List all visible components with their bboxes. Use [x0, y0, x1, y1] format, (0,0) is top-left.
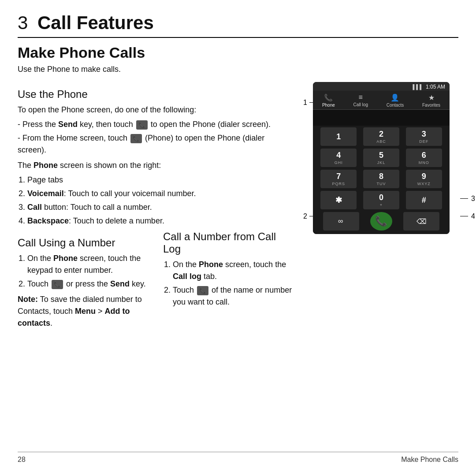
key-2[interactable]: 2 ABC	[363, 127, 399, 146]
callout-2: 2	[303, 212, 307, 220]
phone-image-container: 1 2 3 4 ▐▐▐ 1:05 AM	[313, 82, 463, 234]
phone-screen-items: Page tabs Voicemail: Touch to call your …	[27, 174, 295, 227]
key-hash[interactable]: #	[406, 191, 442, 209]
call-icon: 📞	[52, 280, 63, 290]
log-step-1: On the Phone screen, touch the Call log …	[173, 259, 295, 283]
key-3-sub: DEF	[419, 139, 428, 144]
left-column: Use the Phone To open the Phone screen, …	[18, 82, 309, 447]
call-step-1: On the Phone screen, touch the keypad to…	[27, 253, 150, 276]
page: 3 Call Features Make Phone Calls Use the…	[0, 0, 476, 476]
dialer-action-row: ∞ 📞 ⌫	[317, 212, 445, 231]
contacts-tab-label: Contacts	[387, 103, 404, 108]
phone-tabs: 📞 Phone ≡ Call log 👤 Contacts ★	[313, 91, 450, 110]
footer-section-label: Make Phone Calls	[401, 456, 458, 464]
voicemail-button[interactable]: ∞	[323, 212, 359, 231]
key-hash-main: #	[422, 196, 426, 205]
callout-3: 3	[471, 195, 475, 203]
key-9-sub: WXYZ	[417, 182, 431, 186]
call-from-log-steps: On the Phone screen, touch the Call log …	[173, 259, 295, 308]
calllog-tab-label: Call log	[353, 102, 368, 107]
key-6[interactable]: 6 MNO	[406, 149, 442, 167]
key-4[interactable]: 4 GHI	[320, 149, 357, 167]
key-7[interactable]: 7 PQRS	[320, 170, 357, 188]
phone-screen-label: The Phone screen is shown on the right:	[18, 160, 295, 171]
chapter-title: 3 Call Features	[18, 12, 154, 33]
dialer: 1 2 ABC 3 DEF	[313, 126, 450, 234]
call-using-number-title: Call Using a Number	[18, 237, 150, 249]
key-2-main: 2	[379, 130, 383, 139]
right-column: 1 2 3 4 ▐▐▐ 1:05 AM	[309, 82, 458, 447]
favorites-tab-icon: ★	[428, 93, 435, 102]
section-title: Make Phone Calls	[18, 44, 458, 61]
chapter-title-text: Call Features	[37, 12, 154, 33]
phone-mockup: ▐▐▐ 1:05 AM 📞 Phone ≡ Call log	[313, 82, 450, 234]
callout-line-4	[460, 216, 468, 216]
footer: 28 Make Phone Calls	[18, 452, 458, 464]
key-3[interactable]: 3 DEF	[406, 127, 442, 146]
signal-icons: ▐▐▐	[411, 84, 421, 89]
phone-display	[313, 110, 450, 126]
lower-left: Call Using a Number On the Phone screen,…	[18, 231, 150, 332]
call-icon-2: 📞	[197, 286, 208, 296]
use-phone-steps: - Press the Send key, then touch 📞 to op…	[18, 119, 295, 156]
key-9[interactable]: 9 WXYZ	[406, 170, 442, 188]
chapter-header: 3 Call Features	[18, 12, 458, 38]
phone-item-3: Call button: Touch to call a number.	[27, 201, 295, 213]
key-7-sub: PQRS	[332, 182, 346, 186]
key-7-main: 7	[336, 172, 341, 181]
log-step-2: Touch 📞 of the name or number you want t…	[173, 284, 295, 308]
key-8-main: 8	[379, 172, 383, 181]
phone-item-4: Backspace: Touch to delete a number.	[27, 215, 295, 227]
section-subtitle: Use the Phone to make calls.	[18, 65, 458, 74]
key-6-main: 6	[422, 151, 426, 160]
key-5-sub: JKL	[377, 160, 386, 165]
use-phone-step-1: - Press the Send key, then touch 📞 to op…	[18, 119, 295, 130]
phone-status-bar: ▐▐▐ 1:05 AM	[313, 82, 450, 91]
callout-4: 4	[471, 212, 475, 220]
key-6-sub: MNO	[419, 160, 429, 165]
lower-right: Call a Number from Call Log On the Phone…	[163, 231, 295, 332]
callout-1: 1	[303, 99, 307, 107]
key-4-sub: GHI	[335, 160, 343, 165]
phone-tab-icon: 📞	[324, 93, 333, 102]
phone-icon-inline-2: 📞	[130, 134, 142, 144]
call-step-2: Touch 📞 or press the Send key.	[27, 278, 150, 290]
key-2-sub: ABC	[376, 139, 386, 144]
tab-calllog[interactable]: ≡ Call log	[353, 93, 368, 108]
dialer-row-1: 1 2 ABC 3 DEF	[317, 127, 445, 146]
calllog-tab-icon: ≡	[359, 93, 363, 101]
key-5[interactable]: 5 JKL	[363, 149, 399, 167]
dialer-row-2: 4 GHI 5 JKL 6 MNO	[317, 149, 445, 167]
key-0-main: 0	[379, 193, 383, 202]
dialer-row-4: ✱ 0 + #	[317, 191, 445, 209]
call-from-log-title: Call a Number from Call Log	[163, 231, 295, 255]
tab-contacts[interactable]: 👤 Contacts	[387, 93, 404, 108]
dialer-row-3: 7 PQRS 8 TUV 9 WXYZ	[317, 170, 445, 188]
key-1[interactable]: 1	[320, 127, 357, 146]
main-content: Use the Phone To open the Phone screen, …	[18, 82, 458, 447]
page-number: 28	[18, 456, 26, 464]
call-using-steps: On the Phone screen, touch the keypad to…	[27, 253, 150, 290]
key-1-main: 1	[336, 132, 341, 141]
key-star[interactable]: ✱	[320, 191, 357, 209]
key-8-sub: TUV	[376, 182, 386, 186]
use-phone-title: Use the Phone	[18, 88, 295, 100]
key-8[interactable]: 8 TUV	[363, 170, 399, 188]
phone-tab-label: Phone	[322, 103, 335, 108]
use-phone-step-2: - From the Home screen, touch 📞 (Phone) …	[18, 132, 295, 156]
key-0[interactable]: 0 +	[363, 191, 399, 209]
status-time: 1:05 AM	[426, 84, 445, 90]
tab-favorites[interactable]: ★ Favorites	[422, 93, 440, 108]
contacts-tab-icon: 👤	[390, 93, 399, 102]
chapter-number: 3	[18, 12, 28, 33]
phone-item-1: Page tabs	[27, 174, 295, 186]
backspace-button[interactable]: ⌫	[403, 212, 439, 231]
call-button[interactable]: 📞	[370, 212, 392, 231]
favorites-tab-label: Favorites	[422, 103, 440, 108]
callout-line-3	[460, 198, 468, 199]
key-0-sub: +	[380, 203, 383, 207]
tab-phone[interactable]: 📞 Phone	[322, 93, 335, 108]
key-5-main: 5	[379, 151, 383, 160]
lower-section: Call Using a Number On the Phone screen,…	[18, 231, 295, 332]
phone-item-2: Voicemail: Touch to call your voicemail …	[27, 188, 295, 200]
